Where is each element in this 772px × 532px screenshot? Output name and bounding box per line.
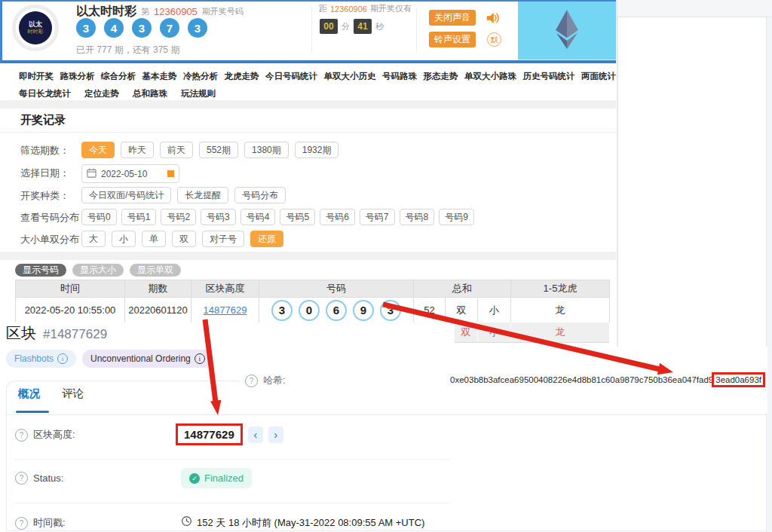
show-bigsmall-button[interactable]: 显示大小 [72, 264, 124, 277]
date-input[interactable]: 2022-05-10 [81, 164, 179, 183]
num-2: 0 [299, 300, 320, 321]
block-title: 区块 [6, 323, 36, 344]
cell-odd-even: 双 [455, 326, 477, 339]
reset-button[interactable]: 还原 [250, 231, 283, 247]
question-icon: ? [15, 429, 28, 442]
ball-2: 4 [104, 18, 124, 38]
unconventional-ordering-tag[interactable]: Unconventional Orderingi [82, 350, 213, 368]
next-block-button[interactable]: › [268, 427, 283, 443]
status-value: Finalized [204, 472, 244, 484]
nav-item[interactable]: 定位走势 [84, 88, 119, 99]
block-height-label: 区块高度: [33, 428, 75, 442]
filter-today-stats[interactable]: 今日双面/号码统计 [81, 187, 171, 203]
show-numbers-button[interactable]: 显示号码 [15, 264, 66, 277]
filter-big[interactable]: 大 [81, 231, 106, 247]
filter-num4[interactable]: 号码4 [240, 209, 276, 225]
nav-item[interactable]: 号码路珠 [382, 71, 417, 82]
records-title: 开奖记录 [20, 113, 66, 127]
cell-dragon-tiger: 龙 [511, 298, 610, 323]
explorer-top-strip [617, 0, 772, 17]
card-divider [7, 414, 767, 415]
show-oddeven-button[interactable]: 显示单双 [130, 264, 181, 277]
filter-day-before[interactable]: 前天 [160, 142, 193, 158]
lottery-banner: 以太 时时彩 以太时时彩 第 12360905 期开奖号码 3 4 3 7 3 … [0, 0, 616, 63]
cell-time: 2022-05-20 10:55:00 [16, 298, 125, 323]
filter-552[interactable]: 552期 [199, 142, 238, 158]
cell-big-small: 小 [478, 298, 511, 323]
issue-suffix: 期开奖号码 [202, 6, 244, 17]
date-marker [167, 170, 174, 177]
logo-text-2: 时时彩 [28, 29, 44, 35]
filter-1380[interactable]: 1380期 [244, 142, 289, 158]
filter-num0[interactable]: 号码0 [81, 209, 117, 225]
nav-item[interactable]: 路珠分析 [60, 71, 95, 82]
main-nav-row2: 每日长龙统计 定位走势 总和路珠 玩法规则 [19, 88, 216, 99]
nav-item[interactable]: 形态走势 [424, 71, 458, 82]
bsoe-filter-label: 大小单双分布： [20, 233, 89, 246]
ringtone-settings-button[interactable]: 铃声设置 [429, 32, 476, 47]
flashbots-tag[interactable]: Flashbotsi [6, 350, 76, 368]
default-ring-badge: 默 [487, 32, 501, 47]
nav-item[interactable]: 历史号码统计 [523, 71, 575, 82]
nav-item[interactable]: 龙虎走势 [225, 71, 259, 82]
nav-item[interactable]: 即时开奖 [19, 71, 54, 82]
num-1: 3 [271, 300, 293, 321]
date-filter-label: 选择日期： [20, 167, 69, 180]
block-height-link[interactable]: 14877629 [204, 304, 247, 316]
nav-item[interactable]: 今日号码统计 [265, 71, 317, 82]
filter-1932[interactable]: 1932期 [295, 142, 339, 158]
filter-num3[interactable]: 号码3 [201, 209, 236, 225]
nav-item[interactable]: 综合分析 [101, 71, 136, 82]
table-row-partial: 双 小 龙 [455, 323, 609, 343]
filter-num1[interactable]: 号码1 [121, 209, 157, 225]
info-icon: i [195, 353, 205, 364]
speaker-icon[interactable] [486, 11, 499, 28]
prev-block-button[interactable]: ‹ [248, 427, 263, 443]
nav-item[interactable]: 基本走势 [142, 71, 177, 82]
nav-item[interactable]: 玩法规则 [181, 88, 216, 99]
divider [0, 132, 616, 133]
tab-comments[interactable]: 评论 [62, 387, 84, 401]
num-4: 9 [353, 300, 374, 321]
filter-num9[interactable]: 号码9 [439, 209, 474, 225]
col-block-height: 区块高度 [191, 280, 259, 298]
filter-num7[interactable]: 号码7 [360, 209, 395, 225]
ball-1: 3 [76, 18, 96, 38]
next-prefix: 距 [319, 3, 327, 14]
nav-item[interactable]: 每日长龙统计 [19, 88, 71, 99]
question-icon: ? [15, 517, 28, 530]
scrollbar-track[interactable] [767, 17, 772, 532]
calendar-icon [87, 168, 96, 180]
nav-item[interactable]: 冷热分析 [183, 71, 218, 82]
bsoe-filter-options: 大 小 单 双 对子号 还原 [81, 231, 283, 247]
col-sum: 总和 [414, 280, 511, 298]
nav-item[interactable]: 单双大小路珠 [464, 71, 516, 82]
site-logo: 以太 时时彩 [12, 5, 59, 51]
nav-item[interactable]: 总和路珠 [133, 88, 167, 99]
filter-num5[interactable]: 号码5 [280, 209, 315, 225]
main-nav-row1: 即时开奖 路珠分析 综合分析 基本走势 冷热分析 龙虎走势 今日号码统计 单双大… [19, 71, 616, 82]
cell-big-small: 小 [478, 326, 510, 339]
filter-today[interactable]: 今天 [81, 142, 115, 158]
filter-num2[interactable]: 号码2 [161, 209, 196, 225]
filter-odd[interactable]: 单 [142, 231, 166, 247]
nav-item[interactable]: 两面统计 [581, 71, 616, 82]
filter-streak-alert[interactable]: 长龙提醒 [177, 187, 228, 203]
hash-value: 0xe03b8b3afcea69500408226e4d8b81c60a9879… [418, 375, 764, 384]
issue-number: 12360905 [154, 6, 198, 17]
mute-sound-button[interactable]: 关闭声音 [429, 10, 476, 26]
filter-num8[interactable]: 号码8 [400, 209, 435, 225]
divider [311, 8, 312, 53]
col-numbers: 号码 [259, 280, 414, 298]
countdown-minutes: 00 [320, 19, 338, 34]
filter-pair[interactable]: 对子号 [202, 231, 244, 247]
filter-number-dist[interactable]: 号码分布 [234, 187, 286, 203]
tab-overview[interactable]: 概况 [18, 387, 40, 401]
nav-item[interactable]: 单双大小历史 [324, 71, 376, 82]
next-issue-number: 12360906 [330, 5, 367, 14]
records-table: 时间 期数 区块高度 号码 总和 1-5龙虎 2022-05-20 10:55:… [15, 280, 610, 323]
filter-yesterday[interactable]: 昨天 [121, 142, 154, 158]
filter-small[interactable]: 小 [112, 231, 136, 247]
filter-even[interactable]: 双 [172, 231, 196, 247]
filter-num6[interactable]: 号码6 [320, 209, 355, 225]
